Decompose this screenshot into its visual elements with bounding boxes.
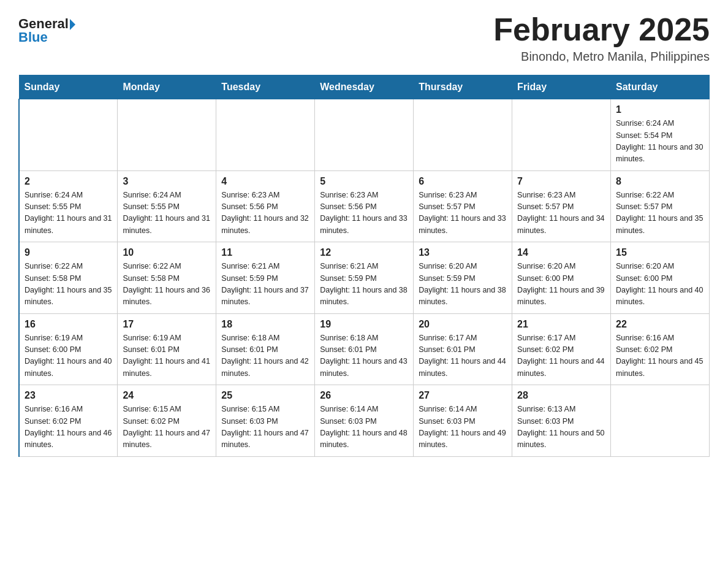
col-sunday: Sunday [19, 75, 118, 99]
day-number: 25 [221, 390, 309, 401]
day-info: Sunrise: 6:13 AMSunset: 6:03 PMDaylight:… [517, 404, 605, 451]
page-header: General Blue February 2025 Binondo, Metr… [18, 12, 710, 64]
calendar-day: 18Sunrise: 6:18 AMSunset: 6:01 PMDayligh… [216, 313, 315, 385]
day-info: Sunrise: 6:17 AMSunset: 6:02 PMDaylight:… [517, 332, 605, 380]
day-number: 6 [419, 176, 507, 187]
day-number: 17 [123, 319, 211, 330]
calendar-day [414, 99, 512, 171]
col-monday: Monday [118, 75, 216, 99]
calendar-week-row: 2Sunrise: 6:24 AMSunset: 5:55 PMDaylight… [19, 170, 710, 242]
day-number: 19 [320, 319, 408, 330]
col-tuesday: Tuesday [216, 75, 315, 99]
day-info: Sunrise: 6:15 AMSunset: 6:02 PMDaylight:… [123, 404, 211, 451]
calendar-day [315, 99, 414, 171]
day-info: Sunrise: 6:14 AMSunset: 6:03 PMDaylight:… [320, 404, 408, 451]
day-number: 27 [419, 390, 507, 401]
calendar-day: 28Sunrise: 6:13 AMSunset: 6:03 PMDayligh… [512, 385, 611, 457]
calendar-day: 3Sunrise: 6:24 AMSunset: 5:55 PMDaylight… [118, 170, 216, 242]
day-info: Sunrise: 6:18 AMSunset: 6:01 PMDaylight:… [320, 332, 408, 380]
calendar-day [611, 385, 710, 457]
day-info: Sunrise: 6:17 AMSunset: 6:01 PMDaylight:… [419, 332, 507, 380]
day-number: 2 [25, 176, 112, 187]
day-info: Sunrise: 6:16 AMSunset: 6:02 PMDaylight:… [616, 332, 704, 380]
calendar-day [19, 99, 118, 171]
day-info: Sunrise: 6:24 AMSunset: 5:55 PMDaylight:… [25, 190, 112, 237]
day-info: Sunrise: 6:19 AMSunset: 6:01 PMDaylight:… [123, 332, 211, 380]
calendar-day: 13Sunrise: 6:20 AMSunset: 5:59 PMDayligh… [414, 242, 512, 314]
calendar-day: 27Sunrise: 6:14 AMSunset: 6:03 PMDayligh… [414, 385, 512, 457]
calendar-day [512, 99, 611, 171]
calendar-week-row: 16Sunrise: 6:19 AMSunset: 6:00 PMDayligh… [19, 313, 710, 385]
day-number: 26 [320, 390, 408, 401]
day-number: 9 [25, 247, 112, 258]
calendar-week-row: 9Sunrise: 6:22 AMSunset: 5:58 PMDaylight… [19, 242, 710, 314]
day-info: Sunrise: 6:23 AMSunset: 5:57 PMDaylight:… [419, 190, 507, 237]
calendar-day [118, 99, 216, 171]
calendar-title: February 2025 [493, 12, 710, 47]
calendar-day: 9Sunrise: 6:22 AMSunset: 5:58 PMDaylight… [19, 242, 118, 314]
calendar-day: 19Sunrise: 6:18 AMSunset: 6:01 PMDayligh… [315, 313, 414, 385]
day-number: 18 [221, 319, 309, 330]
calendar-table: Sunday Monday Tuesday Wednesday Thursday… [18, 75, 710, 457]
calendar-day: 25Sunrise: 6:15 AMSunset: 6:03 PMDayligh… [216, 385, 315, 457]
day-number: 15 [616, 247, 704, 258]
calendar-day: 23Sunrise: 6:16 AMSunset: 6:02 PMDayligh… [19, 385, 118, 457]
calendar-day: 21Sunrise: 6:17 AMSunset: 6:02 PMDayligh… [512, 313, 611, 385]
calendar-day [216, 99, 315, 171]
day-number: 12 [320, 247, 408, 258]
day-info: Sunrise: 6:22 AMSunset: 5:58 PMDaylight:… [25, 261, 112, 308]
col-thursday: Thursday [414, 75, 512, 99]
day-number: 8 [616, 176, 704, 187]
col-friday: Friday [512, 75, 611, 99]
day-info: Sunrise: 6:20 AMSunset: 5:59 PMDaylight:… [419, 261, 507, 308]
day-number: 20 [419, 319, 507, 330]
day-info: Sunrise: 6:23 AMSunset: 5:56 PMDaylight:… [320, 190, 408, 237]
day-info: Sunrise: 6:23 AMSunset: 5:57 PMDaylight:… [517, 190, 605, 237]
calendar-week-row: 23Sunrise: 6:16 AMSunset: 6:02 PMDayligh… [19, 385, 710, 457]
day-info: Sunrise: 6:20 AMSunset: 6:00 PMDaylight:… [517, 261, 605, 308]
calendar-day: 8Sunrise: 6:22 AMSunset: 5:57 PMDaylight… [611, 170, 710, 242]
calendar-header: Sunday Monday Tuesday Wednesday Thursday… [19, 75, 710, 99]
calendar-day: 1Sunrise: 6:24 AMSunset: 5:54 PMDaylight… [611, 99, 710, 171]
day-number: 24 [123, 390, 211, 401]
calendar-day: 5Sunrise: 6:23 AMSunset: 5:56 PMDaylight… [315, 170, 414, 242]
calendar-subtitle: Binondo, Metro Manila, Philippines [493, 50, 710, 64]
calendar-day: 16Sunrise: 6:19 AMSunset: 6:00 PMDayligh… [19, 313, 118, 385]
day-info: Sunrise: 6:23 AMSunset: 5:56 PMDaylight:… [221, 190, 309, 237]
calendar-day: 4Sunrise: 6:23 AMSunset: 5:56 PMDaylight… [216, 170, 315, 242]
calendar-week-row: 1Sunrise: 6:24 AMSunset: 5:54 PMDaylight… [19, 99, 710, 171]
calendar-day: 17Sunrise: 6:19 AMSunset: 6:01 PMDayligh… [118, 313, 216, 385]
day-info: Sunrise: 6:20 AMSunset: 6:00 PMDaylight:… [616, 261, 704, 308]
day-number: 28 [517, 390, 605, 401]
calendar-day: 15Sunrise: 6:20 AMSunset: 6:00 PMDayligh… [611, 242, 710, 314]
day-info: Sunrise: 6:19 AMSunset: 6:00 PMDaylight:… [25, 332, 112, 380]
calendar-day: 24Sunrise: 6:15 AMSunset: 6:02 PMDayligh… [118, 385, 216, 457]
calendar-day: 2Sunrise: 6:24 AMSunset: 5:55 PMDaylight… [19, 170, 118, 242]
day-number: 11 [221, 247, 309, 258]
calendar-day: 12Sunrise: 6:21 AMSunset: 5:59 PMDayligh… [315, 242, 414, 314]
day-number: 7 [517, 176, 605, 187]
calendar-day: 14Sunrise: 6:20 AMSunset: 6:00 PMDayligh… [512, 242, 611, 314]
day-info: Sunrise: 6:14 AMSunset: 6:03 PMDaylight:… [419, 404, 507, 451]
calendar-day: 10Sunrise: 6:22 AMSunset: 5:58 PMDayligh… [118, 242, 216, 314]
col-wednesday: Wednesday [315, 75, 414, 99]
day-info: Sunrise: 6:15 AMSunset: 6:03 PMDaylight:… [221, 404, 309, 451]
logo-arrow-icon [70, 19, 75, 30]
day-info: Sunrise: 6:22 AMSunset: 5:58 PMDaylight:… [123, 261, 211, 308]
calendar-day: 22Sunrise: 6:16 AMSunset: 6:02 PMDayligh… [611, 313, 710, 385]
day-number: 1 [616, 104, 704, 115]
day-number: 16 [25, 319, 112, 330]
day-number: 21 [517, 319, 605, 330]
calendar-body: 1Sunrise: 6:24 AMSunset: 5:54 PMDaylight… [19, 99, 710, 457]
day-number: 23 [25, 390, 112, 401]
calendar-day: 6Sunrise: 6:23 AMSunset: 5:57 PMDaylight… [414, 170, 512, 242]
col-saturday: Saturday [611, 75, 710, 99]
day-info: Sunrise: 6:24 AMSunset: 5:55 PMDaylight:… [123, 190, 211, 237]
day-info: Sunrise: 6:18 AMSunset: 6:01 PMDaylight:… [221, 332, 309, 380]
title-block: February 2025 Binondo, Metro Manila, Phi… [493, 12, 710, 64]
day-info: Sunrise: 6:16 AMSunset: 6:02 PMDaylight:… [25, 404, 112, 451]
day-number: 14 [517, 247, 605, 258]
calendar-day: 20Sunrise: 6:17 AMSunset: 6:01 PMDayligh… [414, 313, 512, 385]
day-number: 22 [616, 319, 704, 330]
day-number: 4 [221, 176, 309, 187]
